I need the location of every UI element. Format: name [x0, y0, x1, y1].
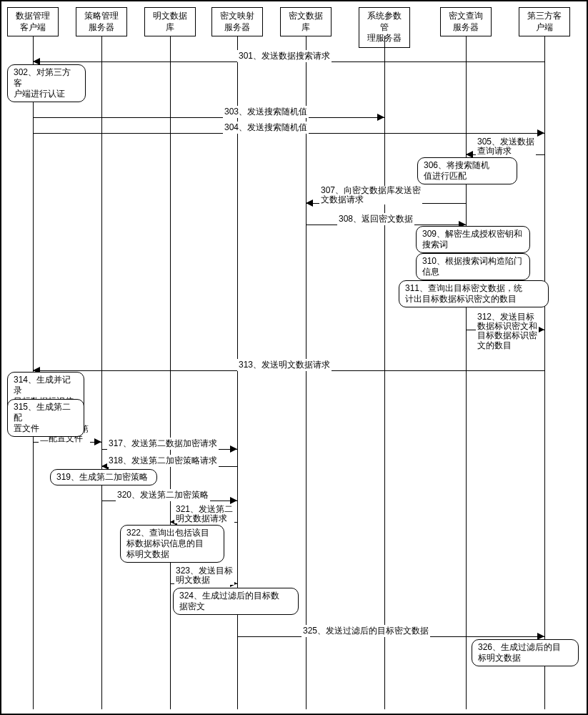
participant-p8: 第三方客户端: [519, 7, 570, 36]
arrow-right-icon: [377, 114, 384, 121]
message-m303: 303、发送搜索随机值: [33, 107, 384, 120]
message-label: 323、发送目标明文数据: [174, 566, 234, 585]
arrow-right-icon: [230, 445, 237, 453]
message-label: 320、发送第二加密策略: [116, 489, 210, 501]
message-label: 312、发送目标数据标识密文和目标数据标识密文的数目: [476, 312, 539, 350]
message-label: 318、发送第二加密策略请求: [107, 455, 219, 467]
message-m318: 318、发送第二加密策略请求: [101, 456, 237, 469]
lifeline-p8: [544, 36, 545, 709]
message-label: 317、发送第二数据加密请求: [107, 438, 219, 450]
participant-p4: 密文映射服务器: [211, 7, 263, 36]
message-m305: 305、发送数据查询请求: [466, 144, 544, 157]
note-n306: 306、将搜索随机值进行匹配: [417, 157, 517, 184]
message-label: 308、返回密文数据: [337, 213, 414, 225]
message-label: 303、发送搜索随机值: [223, 106, 309, 118]
arrow-left-icon: [306, 199, 313, 207]
message-label: 305、发送数据查询请求: [476, 137, 536, 156]
message-m307: 307、向密文数据库发送密文数据请求: [306, 193, 466, 206]
sequence-diagram: 数据管理客户端策略管理服务器明文数据库密文映射服务器密文数据库系统参数管理服务器…: [0, 0, 588, 715]
message-m323: 323、发送目标明文数据: [170, 573, 237, 586]
arrow-right-icon: [537, 129, 544, 137]
note-n310: 310、根据搜索词构造陷门信息: [416, 253, 530, 280]
note-n311: 311、查询出目标密文数据，统计出目标数据标识密文的数目: [399, 280, 549, 307]
message-m317: 317、发送第二数据加密请求: [101, 439, 237, 452]
note-n324: 324、生成过滤后的目标数据密文: [173, 588, 299, 615]
message-m325: 325、发送过滤后的目标密文数据: [237, 626, 544, 639]
note-n319: 319、生成第二加密策略: [50, 469, 157, 485]
note-n322: 322、查询出包括该目标数据标识信息的目标明文数据: [120, 525, 224, 563]
message-label: 325、发送过滤后的目标密文数据: [302, 625, 430, 637]
participant-p1: 数据管理客户端: [7, 7, 59, 36]
message-m320: 320、发送第二加密策略: [101, 490, 237, 503]
message-label: 307、向密文数据库发送密文数据请求: [319, 186, 422, 204]
note-n309: 309、解密生成授权密钥和搜索词: [416, 226, 530, 253]
message-m301: 301、发送数据搜索请求: [33, 51, 544, 64]
note-n315: 315、生成第二配置文件: [7, 399, 84, 437]
message-m312: 312、发送目标数据标识密文和目标数据标识密文的数目: [466, 320, 544, 332]
note-n326: 326、生成过滤后的目标明文数据: [472, 639, 579, 666]
message-m313: 313、发送明文数据请求: [33, 360, 544, 373]
participant-p2: 策略管理服务器: [76, 7, 127, 36]
message-label: 304、发送搜索随机值: [223, 122, 309, 134]
participant-p3: 明文数据库: [144, 7, 196, 36]
message-label: 301、发送数据搜索请求: [237, 50, 332, 62]
participant-p5: 密文数据库: [280, 7, 332, 36]
message-label: 321、发送第二明文数据请求: [174, 505, 234, 523]
message-label: 313、发送明文数据请求: [237, 359, 332, 371]
message-m321: 321、发送第二明文数据请求: [170, 512, 237, 525]
arrow-right-icon: [94, 438, 101, 445]
message-m304: 304、发送搜索随机值: [33, 123, 544, 136]
arrow-right-icon: [230, 497, 237, 504]
participant-p7: 密文查询服务器: [440, 7, 492, 36]
note-n302: 302、对第三方客户端进行认证: [7, 64, 86, 102]
